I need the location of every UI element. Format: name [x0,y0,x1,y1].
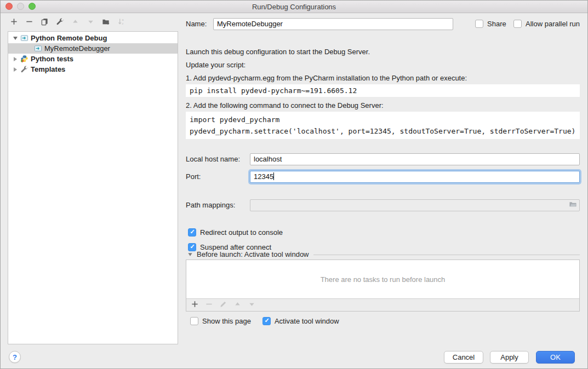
close-window-button[interactable] [5,3,13,10]
sort-az-icon: az [117,18,125,27]
name-row: Name: MyRemoteDebugger Share Allow paral… [186,18,581,30]
step2-text: 2. Add the following command to connect … [186,101,384,110]
tree-item-label: Templates [31,64,65,74]
tree-item-python-remote-debug[interactable]: Python Remote Debug [8,33,178,43]
arrow-down-icon [248,300,256,310]
traffic-lights [5,3,36,10]
add-configuration-button[interactable] [9,18,19,27]
help-button[interactable]: ? [9,351,21,363]
add-task-button[interactable] [191,301,198,309]
tree-item-python-tests[interactable]: Python tests [8,54,178,64]
arrow-up-icon [71,18,79,27]
redirect-output-label[interactable]: Redirect output to console [200,228,283,237]
name-input[interactable]: MyRemoteDebugger [213,18,453,30]
chevron-down-icon[interactable] [12,37,18,40]
before-launch-panel: There are no tasks to run before launch [186,260,580,312]
remote-debug-icon [20,34,28,43]
plus-icon [191,300,199,310]
move-task-up-button[interactable] [233,301,241,309]
intro-text-line2: Update your script: [186,61,246,70]
remove-task-button[interactable] [205,301,213,309]
question-mark-icon: ? [13,353,17,361]
separator-line [313,255,580,255]
redirect-output-row: Redirect output to console [188,228,283,237]
move-task-down-button[interactable] [248,301,255,309]
new-folder-button[interactable] [101,18,111,27]
local-host-label: Local host name: [186,153,240,165]
zoom-window-button[interactable] [28,3,36,10]
arrow-up-icon [233,300,242,310]
python-tests-icon [20,55,28,64]
ok-button[interactable]: OK [536,351,575,364]
before-launch-title: Before launch: Activate tool window [197,250,309,258]
port-row: Port: 12345 [186,171,581,183]
allow-parallel-run-checkbox[interactable] [513,20,522,28]
share-checkbox-row: Share [475,20,506,28]
show-this-page-label[interactable]: Show this page [202,317,251,325]
path-mappings-input[interactable] [250,199,580,211]
configurations-toolbar: az [9,18,126,27]
page-options-row: Show this page Activate tool window [190,317,339,325]
new-folder-icon [102,18,110,27]
minimize-window-button [17,3,24,10]
tree-item-label: Python Remote Debug [31,33,107,43]
copy-configuration-button[interactable] [40,18,49,27]
show-this-page-checkbox[interactable] [190,317,198,325]
svg-text:a: a [122,18,124,21]
pencil-icon [219,300,227,310]
local-host-input[interactable]: localhost [250,153,580,165]
tree-item-label: Python tests [31,54,73,64]
share-label[interactable]: Share [487,20,506,28]
settrace-code[interactable]: import pydevd_pycharm pydevd_pycharm.set… [186,112,580,139]
move-down-button[interactable] [86,18,95,27]
arrow-down-icon [87,18,95,27]
remove-configuration-button[interactable] [25,18,34,27]
text-caret [273,172,274,180]
edit-configuration-button[interactable] [55,18,65,27]
intro-text-line1: Launch this debug configuration to start… [186,48,370,56]
svg-text:z: z [122,21,123,25]
chevron-right-icon[interactable] [12,67,18,72]
apply-button[interactable]: Apply [490,351,529,364]
before-launch-empty-text: There are no tasks to run before launch [186,260,579,298]
local-host-row: Local host name: localhost [186,153,581,165]
run-debug-configurations-dialog: Run/Debug Configurations az [0,0,588,369]
minus-icon [25,18,33,27]
path-mappings-label: Path mappings: [186,199,235,211]
activate-tool-window-label[interactable]: Activate tool window [275,317,339,325]
copy-icon [41,18,49,27]
remote-debug-icon [33,44,42,53]
before-launch-toolbar [186,298,579,311]
port-input[interactable]: 12345 [250,171,580,183]
redirect-output-checkbox[interactable] [188,228,196,237]
chevron-down-icon [188,253,192,256]
name-label: Name: [186,18,207,30]
path-mappings-row: Path mappings: [186,199,581,211]
cancel-button[interactable]: Cancel [444,351,483,364]
configurations-tree: Python Remote Debug MyRemoteDebugger Pyt… [8,31,178,344]
activate-tool-window-checkbox[interactable] [262,317,271,325]
window-title: Run/Debug Configurations [252,3,336,11]
share-checkbox[interactable] [475,20,483,28]
move-up-button[interactable] [71,18,80,27]
plus-icon [10,18,18,27]
pip-install-code[interactable]: pip install pydevd-pycharm~=191.6605.12 [186,84,580,97]
allow-parallel-run-checkbox-row: Allow parallel run [513,20,580,28]
allow-parallel-run-label[interactable]: Allow parallel run [526,20,580,28]
before-launch-header[interactable]: Before launch: Activate tool window [186,250,580,258]
browse-folder-button[interactable] [568,201,578,210]
configuration-editor: Name: MyRemoteDebugger Share Allow paral… [186,16,581,344]
wrench-icon [56,18,64,27]
edit-task-button[interactable] [219,301,227,309]
sort-configurations-button[interactable]: az [117,18,126,27]
tree-item-myremotedebugger[interactable]: MyRemoteDebugger [8,43,178,54]
chevron-right-icon[interactable] [12,57,18,61]
tree-item-templates[interactable]: Templates [8,64,178,74]
step1-text: 1. Add pydevd-pycharm.egg from the PyCha… [186,74,467,83]
wrench-icon [20,65,28,74]
tree-item-label: MyRemoteDebugger [44,43,110,54]
port-label: Port: [186,171,201,183]
folder-open-icon [569,200,577,211]
title-bar: Run/Debug Configurations [1,1,587,13]
minus-icon [205,300,213,310]
